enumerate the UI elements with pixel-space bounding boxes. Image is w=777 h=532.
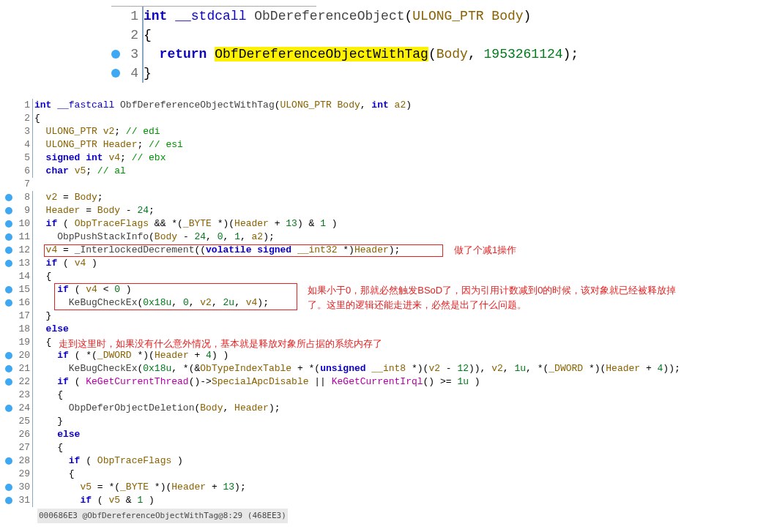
code-line[interactable]: 2{ <box>18 112 777 125</box>
breakpoint-icon[interactable] <box>5 457 12 465</box>
gutter[interactable]: 31 <box>18 494 32 507</box>
breakpoint-icon[interactable] <box>5 405 12 412</box>
code-text[interactable]: ULONG_PTR v2; // edi <box>32 125 160 138</box>
breakpoint-icon[interactable] <box>111 50 120 59</box>
gutter[interactable]: 2 <box>0 26 142 45</box>
code-line[interactable]: 26 else <box>18 428 777 441</box>
gutter[interactable]: 3 <box>18 125 32 138</box>
code-line[interactable]: 3 ULONG_PTR v2; // edi <box>18 125 777 138</box>
code-text[interactable]: Header = Body - 24; <box>32 204 155 217</box>
code-line[interactable]: 11 ObpPushStackInfo(Body - 24, 0, 1, a2)… <box>18 231 777 244</box>
breakpoint-icon[interactable] <box>5 233 12 241</box>
code-text[interactable]: KeBugCheckEx(0x18u, 0, v2, 2u, v4); <box>32 296 269 310</box>
gutter[interactable]: 13 <box>18 257 32 270</box>
breakpoint-icon[interactable] <box>111 69 120 78</box>
breakpoint-icon[interactable] <box>5 497 12 504</box>
code-text[interactable]: { <box>32 270 51 283</box>
code-line[interactable]: 18 else <box>18 323 777 336</box>
code-text[interactable]: { <box>32 468 75 481</box>
gutter[interactable]: 19 <box>18 336 32 349</box>
gutter[interactable]: 3 <box>0 45 142 64</box>
code-line[interactable]: 10 if ( ObpTraceFlags && *(_BYTE *)(Head… <box>18 217 777 231</box>
code-line[interactable]: 4} <box>0 64 777 83</box>
code-line[interactable]: 21 KeBugCheckEx(0x18u, *(&ObTypeIndexTab… <box>18 362 777 375</box>
code-line[interactable]: 9 Header = Body - 24; <box>18 204 777 217</box>
code-text[interactable]: } <box>32 415 63 428</box>
code-text[interactable]: if ( *(_DWORD *)(Header + 4) ) <box>32 349 228 362</box>
breakpoint-icon[interactable] <box>5 378 12 386</box>
code-text[interactable]: char v5; // al <box>32 165 126 178</box>
breakpoint-icon[interactable] <box>5 484 12 491</box>
gutter[interactable]: 4 <box>18 138 32 151</box>
breakpoint-icon[interactable] <box>5 220 12 228</box>
gutter[interactable]: 26 <box>18 428 32 441</box>
gutter[interactable]: 27 <box>18 441 32 454</box>
code-line[interactable]: 27 { <box>18 441 777 454</box>
code-text[interactable]: { <box>32 336 51 349</box>
gutter[interactable]: 15 <box>18 283 32 296</box>
code-line[interactable]: 12 v4 = _InterlockedDecrement((volatile … <box>18 244 777 257</box>
code-text[interactable]: { <box>32 389 63 402</box>
gutter[interactable]: 25 <box>18 415 32 428</box>
code-text[interactable]: { <box>32 112 40 125</box>
code-text[interactable]: if ( KeGetCurrentThread()->SpecialApcDis… <box>32 375 480 389</box>
gutter[interactable]: 14 <box>18 270 32 283</box>
gutter[interactable]: 29 <box>18 468 32 481</box>
gutter[interactable]: 10 <box>18 217 32 231</box>
code-text[interactable]: else <box>32 323 69 336</box>
code-text[interactable]: KeBugCheckEx(0x18u, *(&ObTypeIndexTable … <box>32 362 680 375</box>
gutter[interactable]: 21 <box>18 362 32 375</box>
gutter[interactable]: 24 <box>18 402 32 415</box>
breakpoint-icon[interactable] <box>5 260 12 267</box>
code-line[interactable]: 1int __stdcall ObDereferenceObject(ULONG… <box>0 7 777 26</box>
code-line[interactable]: 22 if ( KeGetCurrentThread()->SpecialApc… <box>18 375 777 389</box>
breakpoint-icon[interactable] <box>5 194 12 201</box>
code-line[interactable]: 20 if ( *(_DWORD *)(Header + 4) ) <box>18 349 777 362</box>
breakpoint-icon[interactable] <box>5 286 12 293</box>
code-text[interactable]: } <box>32 310 51 323</box>
code-line[interactable]: 30 v5 = *(_BYTE *)(Header + 13); <box>18 481 777 494</box>
code-line[interactable]: 7 <box>18 178 777 191</box>
code-text[interactable]: { <box>142 26 152 45</box>
gutter[interactable]: 18 <box>18 323 32 336</box>
code-text[interactable]: if ( v4 < 0 ) <box>32 283 132 296</box>
gutter[interactable]: 5 <box>18 151 32 165</box>
gutter[interactable]: 30 <box>18 481 32 494</box>
gutter[interactable]: 23 <box>18 389 32 402</box>
code-text[interactable]: v5 = *(_BYTE *)(Header + 13); <box>32 481 246 494</box>
gutter[interactable]: 20 <box>18 349 32 362</box>
code-text[interactable]: if ( ObpTraceFlags ) <box>32 454 183 468</box>
code-text[interactable]: int __fastcall ObfDereferenceObjectWithT… <box>32 99 412 112</box>
gutter[interactable]: 22 <box>18 375 32 389</box>
code-text[interactable]: ObpPushStackInfo(Body - 24, 0, 1, a2); <box>32 231 275 244</box>
breakpoint-icon[interactable] <box>5 247 12 254</box>
code-text[interactable]: { <box>32 441 63 454</box>
code-text[interactable]: } <box>142 64 152 83</box>
gutter[interactable]: 1 <box>0 7 142 26</box>
code-text[interactable]: else <box>32 428 80 441</box>
gutter[interactable]: 7 <box>18 178 32 191</box>
gutter[interactable]: 12 <box>18 244 32 257</box>
code-line[interactable]: 28 if ( ObpTraceFlags ) <box>18 454 777 468</box>
code-text[interactable]: v2 = Body; <box>32 191 103 204</box>
code-text[interactable]: ObpDeferObjectDeletion(Body, Header); <box>32 402 280 415</box>
code-line[interactable]: 5 signed int v4; // ebx <box>18 151 777 165</box>
code-line[interactable]: 31 if ( v5 & 1 ) <box>18 494 777 507</box>
code-line[interactable]: 23 { <box>18 389 777 402</box>
gutter[interactable]: 2 <box>18 112 32 125</box>
gutter[interactable]: 28 <box>18 454 32 468</box>
breakpoint-icon[interactable] <box>5 365 12 372</box>
code-text[interactable]: v4 = _InterlockedDecrement((volatile sig… <box>32 244 400 257</box>
code-text[interactable]: return ObfDereferenceObjectWithTag(Body,… <box>142 45 579 64</box>
breakpoint-icon[interactable] <box>5 299 12 307</box>
gutter[interactable]: 17 <box>18 310 32 323</box>
code-line[interactable]: 4 ULONG_PTR Header; // esi <box>18 138 777 151</box>
code-text[interactable]: if ( ObpTraceFlags && *(_BYTE *)(Header … <box>32 217 338 231</box>
code-line[interactable]: 2{ <box>0 26 777 45</box>
gutter[interactable]: 1 <box>18 99 32 112</box>
code-text[interactable]: int __stdcall ObDereferenceObject(ULONG_… <box>142 7 531 26</box>
gutter[interactable]: 11 <box>18 231 32 244</box>
code-line[interactable]: 6 char v5; // al <box>18 165 777 178</box>
code-line[interactable]: 29 { <box>18 468 777 481</box>
code-line[interactable]: 25 } <box>18 415 777 428</box>
